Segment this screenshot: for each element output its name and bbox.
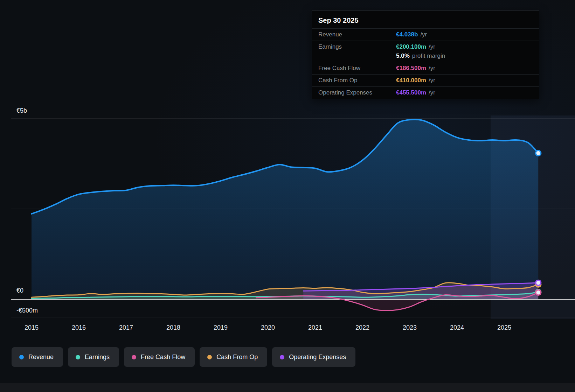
tooltip-row-operating-expenses: Operating Expenses €455.500m/yr	[312, 86, 539, 99]
legend-item-cash-from-op[interactable]: Cash From Op	[200, 347, 267, 367]
legend-label: Operating Expenses	[289, 354, 346, 361]
legend-label: Revenue	[28, 354, 54, 361]
legend-item-operating-expenses[interactable]: Operating Expenses	[272, 347, 355, 367]
legend-item-free-cash-flow[interactable]: Free Cash Flow	[124, 347, 195, 367]
tooltip-row-profit-margin: 5.0%profit margin	[312, 52, 539, 62]
tooltip-value: 5.0%profit margin	[396, 52, 533, 59]
tooltip-label: Earnings	[318, 43, 396, 50]
x-tick-label: 2023	[403, 324, 417, 331]
tooltip-value: €455.500m/yr	[396, 89, 533, 96]
tooltip-row-revenue: Revenue €4.038b/yr	[312, 28, 539, 41]
tooltip-value-number: €4.038b	[396, 31, 418, 38]
tooltip-label: Free Cash Flow	[318, 65, 396, 72]
footer-bar	[0, 383, 575, 392]
financials-chart-stage: €5b €0 -€500m 2015 2016 2017 2018 2019 2…	[0, 0, 575, 392]
tooltip-date: Sep 30 2025	[312, 11, 539, 28]
tooltip-value-suffix: /yr	[420, 31, 427, 38]
tooltip-value-number: €410.000m	[396, 77, 426, 84]
x-tick-label: 2019	[214, 324, 228, 331]
y-axis-label-0: €0	[16, 287, 23, 294]
tooltip-label: Revenue	[318, 31, 396, 38]
tooltip-value-suffix: /yr	[429, 77, 435, 84]
x-tick-label: 2017	[119, 324, 133, 331]
tooltip-value: €200.100m/yr	[396, 43, 533, 50]
tooltip-value: €4.038b/yr	[396, 31, 533, 38]
tooltip-row-cash-from-op: Cash From Op €410.000m/yr	[312, 74, 539, 86]
x-tick-label: 2018	[166, 324, 180, 331]
tooltip-value-suffix: /yr	[429, 89, 435, 96]
legend-item-revenue[interactable]: Revenue	[12, 347, 63, 367]
tooltip-row-free-cash-flow: Free Cash Flow €186.500m/yr	[312, 62, 539, 74]
tooltip-row-earnings: Earnings €200.100m/yr	[312, 41, 539, 53]
legend-label: Free Cash Flow	[141, 354, 185, 361]
tooltip-panel: Sep 30 2025 Revenue €4.038b/yr Earnings …	[312, 10, 539, 99]
revenue-legend-dot	[19, 355, 24, 359]
tooltip-value-number: €186.500m	[396, 65, 426, 71]
legend-label: Cash From Op	[216, 354, 258, 361]
tooltip-value-suffix: profit margin	[412, 52, 445, 59]
x-tick-label: 2022	[355, 324, 369, 331]
x-tick-label: 2021	[308, 324, 322, 331]
x-tick-label: 2016	[72, 324, 86, 331]
operating-expenses-legend-dot	[280, 355, 284, 359]
legend-label: Earnings	[85, 354, 110, 361]
tooltip-value-suffix: /yr	[429, 43, 435, 50]
tooltip-value: €410.000m/yr	[396, 77, 533, 84]
tooltip-value-suffix: /yr	[429, 65, 435, 71]
tooltip-value: €186.500m/yr	[396, 65, 533, 72]
x-tick-label: 2020	[261, 324, 275, 331]
tooltip-label: Operating Expenses	[318, 89, 396, 96]
tooltip-value-number: €200.100m	[396, 43, 426, 50]
x-tick-label: 2015	[25, 324, 39, 331]
tooltip-value-number: 5.0%	[396, 52, 410, 59]
tooltip-value-number: €455.500m	[396, 89, 426, 96]
y-axis-label-neg500m: -€500m	[16, 307, 38, 314]
tooltip-label: Cash From Op	[318, 77, 396, 84]
earnings-legend-dot	[76, 355, 80, 359]
cash-from-op-legend-dot	[207, 355, 212, 359]
y-axis-label-5b: €5b	[16, 107, 27, 114]
legend: Revenue Earnings Free Cash Flow Cash Fro…	[12, 347, 355, 367]
x-tick-label: 2025	[497, 324, 511, 331]
legend-item-earnings[interactable]: Earnings	[68, 347, 119, 367]
free-cash-flow-legend-dot	[132, 355, 136, 359]
x-tick-label: 2024	[450, 324, 464, 331]
